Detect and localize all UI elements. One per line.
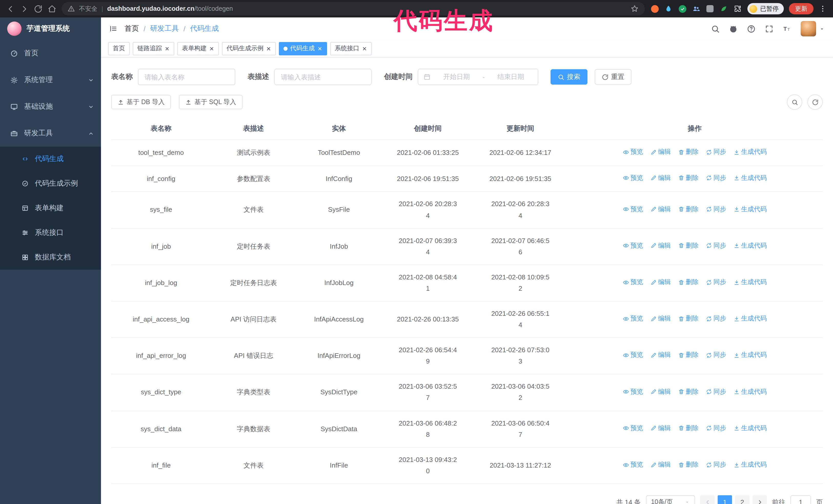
page-2-button[interactable]: 2 [735,495,749,504]
delete-link[interactable]: 删除 [678,172,698,184]
sidebar-item-系统管理[interactable]: 系统管理 [0,67,101,93]
tab-系统接口[interactable]: 系统接口 [330,42,372,55]
sync-link[interactable]: 同步 [706,172,726,184]
generate-code-link[interactable]: 生成代码 [733,313,767,324]
edit-link[interactable]: 编辑 [650,204,671,215]
back-icon[interactable] [6,4,15,13]
sidebar-subitem-系统接口[interactable]: 系统接口 [0,220,101,245]
date-range-picker[interactable]: 开始日期 - 结束日期 [418,69,538,85]
drop-extension-icon[interactable] [664,4,673,13]
breadcrumb-home[interactable]: 首页 [124,24,139,33]
preview-link[interactable]: 预览 [623,423,643,434]
update-button[interactable]: 更新 [789,3,813,14]
edit-link[interactable]: 编辑 [650,172,671,184]
page-size-select[interactable]: 10条/页 [646,495,695,504]
edit-link[interactable]: 编辑 [650,240,671,251]
preview-link[interactable]: 预览 [623,204,643,215]
page-1-button[interactable]: 1 [718,495,732,504]
generate-code-link[interactable]: 生成代码 [733,240,767,251]
generate-code-link[interactable]: 生成代码 [733,423,767,434]
edit-link[interactable]: 编辑 [650,423,671,434]
generate-code-link[interactable]: 生成代码 [733,386,767,398]
import-sql-button[interactable]: 基于 SQL 导入 [179,95,242,109]
delete-link[interactable]: 删除 [678,204,698,215]
sync-link[interactable]: 同步 [706,386,726,398]
search-icon[interactable] [711,24,720,33]
goto-page-input[interactable] [790,495,811,504]
preview-link[interactable]: 预览 [623,240,643,251]
generate-code-link[interactable]: 生成代码 [733,147,767,158]
help-icon[interactable] [747,24,756,33]
security-warning[interactable]: 不安全 [79,4,97,13]
reload-icon[interactable] [34,4,43,13]
refresh-table-button[interactable] [807,94,823,110]
github-icon[interactable] [729,24,738,33]
preview-link[interactable]: 预览 [623,459,643,471]
tab-链路追踪[interactable]: 链路追踪 [133,42,174,55]
sidebar-item-基础设施[interactable]: 基础设施 [0,93,101,120]
delete-link[interactable]: 删除 [678,277,698,288]
generate-code-link[interactable]: 生成代码 [733,350,767,361]
sidebar-subitem-代码生成示例[interactable]: 代码生成示例 [0,171,101,196]
close-icon[interactable] [362,46,367,51]
home-icon[interactable] [48,4,56,13]
forward-icon[interactable] [20,4,29,13]
fullscreen-icon[interactable] [765,24,774,33]
preview-link[interactable]: 预览 [623,350,643,361]
preview-link[interactable]: 预览 [623,313,643,324]
sidebar-item-首页[interactable]: 首页 [0,40,101,67]
sync-link[interactable]: 同步 [706,423,726,434]
edit-link[interactable]: 编辑 [650,386,671,398]
puzzle-extension-icon[interactable] [733,4,742,13]
prev-page-button[interactable] [700,495,715,504]
kebab-menu-icon[interactable] [819,5,827,13]
user-menu[interactable] [801,21,825,37]
import-db-button[interactable]: 基于 DB 导入 [111,95,171,109]
close-icon[interactable] [209,46,214,51]
sync-link[interactable]: 同步 [706,277,726,288]
tag-extension-icon[interactable] [705,4,715,13]
edit-link[interactable]: 编辑 [650,313,671,324]
url-text[interactable]: dashboard.yudao.iocoder.cn/tool/codegen [107,5,626,12]
delete-link[interactable]: 删除 [678,147,698,158]
leaf-extension-icon[interactable] [719,4,729,13]
generate-code-link[interactable]: 生成代码 [733,172,767,184]
next-page-button[interactable] [753,495,767,504]
sidebar-subitem-代码生成[interactable]: 代码生成 [0,147,101,171]
edit-link[interactable]: 编辑 [650,147,671,158]
edit-link[interactable]: 编辑 [650,350,671,361]
address-bar[interactable]: 不安全 | dashboard.yudao.iocoder.cn/tool/co… [62,2,645,16]
breadcrumb-tools[interactable]: 研发工具 [150,24,179,33]
font-size-icon[interactable] [783,24,791,33]
tab-代码生成示例[interactable]: 代码生成示例 [222,42,276,55]
app-logo[interactable]: 芋道管理系统 [0,18,101,40]
delete-link[interactable]: 删除 [678,240,698,251]
sync-link[interactable]: 同步 [706,240,726,251]
delete-link[interactable]: 删除 [678,386,698,398]
fox-extension-icon[interactable] [650,4,659,13]
close-icon[interactable] [165,46,170,51]
tab-表单构建[interactable]: 表单构建 [177,42,219,55]
avatar[interactable] [801,21,816,37]
close-icon[interactable] [266,46,271,51]
bookmark-star-icon[interactable] [630,5,639,13]
sidebar-subitem-数据库文档[interactable]: 数据库文档 [0,245,101,270]
delete-link[interactable]: 删除 [678,350,698,361]
sync-link[interactable]: 同步 [706,147,726,158]
search-button[interactable]: 搜索 [551,69,588,85]
table-name-input[interactable] [138,69,235,85]
delete-link[interactable]: 删除 [678,313,698,324]
generate-code-link[interactable]: 生成代码 [733,459,767,471]
sidebar-collapse-icon[interactable] [109,25,117,33]
tab-首页[interactable]: 首页 [108,42,130,55]
delete-link[interactable]: 删除 [678,423,698,434]
sync-link[interactable]: 同步 [706,350,726,361]
sidebar-subitem-表单构建[interactable]: 表单构建 [0,196,101,220]
close-icon[interactable] [317,46,323,51]
tab-代码生成[interactable]: 代码生成 [279,42,327,55]
preview-link[interactable]: 预览 [623,172,643,184]
edit-link[interactable]: 编辑 [650,277,671,288]
toggle-search-button[interactable] [787,94,802,110]
reset-button[interactable]: 重置 [595,69,632,85]
generate-code-link[interactable]: 生成代码 [733,204,767,215]
